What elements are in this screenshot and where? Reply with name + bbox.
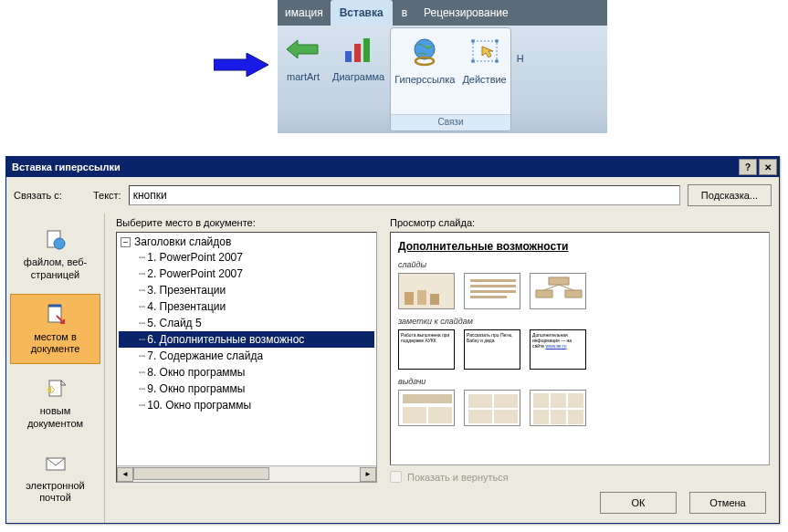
tree-item-label: 1. PowerPoint 2007 [147,251,243,264]
tree-item-label: 8. Окно программы [147,366,245,379]
tree-root-label: Заголовки слайдов [134,235,231,248]
tree-item[interactable]: ⋯10. Окно программы [119,397,374,413]
sidebar-item-new[interactable]: новым документом [10,368,100,439]
preview-label: Просмотр слайда: [390,217,770,228]
smartart-label: martArt [287,71,320,82]
tree-branch-icon: ⋯ [139,300,145,313]
email-icon [43,451,68,476]
smartart-button[interactable]: martArt [278,26,329,133]
sidebar-item-label: местом в документе [31,331,80,357]
tree-item[interactable]: ⋯5. Слайд 5 [119,315,374,331]
preview-thumb [398,273,455,309]
text-input[interactable] [129,185,680,205]
globe-icon [403,34,447,70]
preview-handout [530,390,586,426]
show-return-label: Показать и вернуться [407,472,509,483]
hyperlink-button[interactable]: Гиперссылка [391,28,458,114]
pointer-arrow [214,53,268,77]
close-button[interactable]: ✕ [759,159,777,175]
tree-item-label: 4. Презентации [147,300,226,313]
svg-rect-49 [551,410,566,424]
preview-thumb [530,273,586,309]
tree-item[interactable]: ⋯8. Окно программы [119,364,374,381]
document-tree[interactable]: − Заголовки слайдов ⋯1. PowerPoint 2007⋯… [117,233,376,465]
slide-preview: Дополнительные возможности слайды заметк… [390,232,770,465]
sidebar-item-file[interactable]: файлом, веб- страницей [10,219,100,290]
dialog-buttons: ОК Отмена [105,483,779,523]
show-return-checkbox: Показать и вернуться [390,471,770,483]
svg-rect-43 [494,410,518,423]
dialog-main: Выберите место в документе: − Заголовки … [105,214,779,483]
chart-button[interactable]: Диаграмма [329,26,388,133]
svg-rect-48 [533,410,549,424]
tree-item-label: 2. PowerPoint 2007 [147,267,243,280]
svg-rect-32 [565,290,582,297]
tree-root[interactable]: − Заголовки слайдов [119,235,374,249]
preview-sub-slides: слайды [398,260,762,269]
ribbon-tab-insert[interactable]: Вставка [331,0,393,26]
scroll-track[interactable] [133,467,360,482]
svg-marker-1 [287,40,318,58]
preview-handout [398,390,455,426]
scroll-thumb[interactable] [133,467,269,480]
scroll-left-button[interactable]: ◄ [117,467,133,482]
svg-rect-50 [568,410,583,424]
preview-note-box: Рассказать про Петю, Бабку и деда [464,329,520,370]
ribbon-fragment: имация Вставка в Рецензирование martArt … [278,0,607,133]
svg-marker-0 [214,53,268,77]
ribbon-group-links-title: Связи [391,114,510,130]
svg-rect-23 [430,294,439,305]
cancel-button[interactable]: Отмена [689,492,766,514]
svg-rect-3 [354,44,361,62]
svg-rect-30 [549,277,569,285]
svg-rect-22 [417,290,426,305]
svg-point-8 [471,39,475,43]
tree-item[interactable]: ⋯6. Дополнительные возможнос [119,331,374,348]
tree-item-label: 9. Окно программы [147,382,245,395]
preview-thumb [464,273,520,309]
tree-branch-icon: ⋯ [139,333,145,346]
ribbon-tab-v[interactable]: в [393,0,416,26]
ribbon-edge-button[interactable]: Н [513,26,528,133]
tree-branch-icon: ⋯ [139,349,145,362]
sidebar-item-label: новым документом [27,405,83,431]
svg-rect-31 [536,290,552,297]
tree-item[interactable]: ⋯3. Презентации [119,282,374,298]
tree-item-label: 10. Окно программы [147,399,251,412]
tree-item[interactable]: ⋯1. PowerPoint 2007 [119,249,374,266]
svg-rect-2 [345,51,352,62]
tree-branch-icon: ⋯ [139,399,145,412]
sidebar-item-place[interactable]: местом в документе [10,294,100,365]
svg-point-10 [471,59,475,63]
tree-collapse-icon[interactable]: − [121,237,131,247]
tree-item-label: 6. Дополнительные возможнос [147,333,304,346]
tree-item-label: 7. Содержание слайда [147,349,263,362]
svg-rect-26 [470,285,516,287]
svg-marker-16 [61,381,66,385]
tree-box: − Заголовки слайдов ⋯1. PowerPoint 2007⋯… [116,232,377,483]
chart-label: Диаграмма [332,71,384,82]
preview-slide-title: Дополнительные возможности [398,240,762,253]
tree-item[interactable]: ⋯9. Окно программы [119,381,374,397]
ribbon-tab-review[interactable]: Рецензирование [416,0,516,26]
tree-hscrollbar[interactable]: ◄ ► [117,465,376,482]
svg-point-11 [495,59,499,63]
tree-item[interactable]: ⋯7. Содержание слайда [119,348,374,364]
action-icon [463,34,507,70]
help-button[interactable]: ? [739,159,757,175]
tree-item[interactable]: ⋯2. PowerPoint 2007 [119,266,374,282]
top-row: Связать с: Текст: Подсказка... [6,177,779,214]
ribbon-tab-animation[interactable]: имация [278,0,331,26]
sidebar-item-email[interactable]: электронной почтой [10,443,100,514]
svg-rect-27 [470,290,516,293]
tree-item[interactable]: ⋯4. Презентации [119,298,374,315]
preview-sub-handouts: выдачи [398,377,762,386]
action-button[interactable]: Действие [458,28,510,114]
scroll-right-button[interactable]: ► [360,467,376,482]
ok-button[interactable]: ОК [600,492,677,514]
hint-button[interactable]: Подсказка... [688,184,772,206]
text-label: Текст: [93,190,121,201]
svg-rect-25 [470,279,516,282]
place-doc-icon [43,302,68,328]
dialog-titlebar: Вставка гиперссылки ? ✕ [6,157,779,177]
